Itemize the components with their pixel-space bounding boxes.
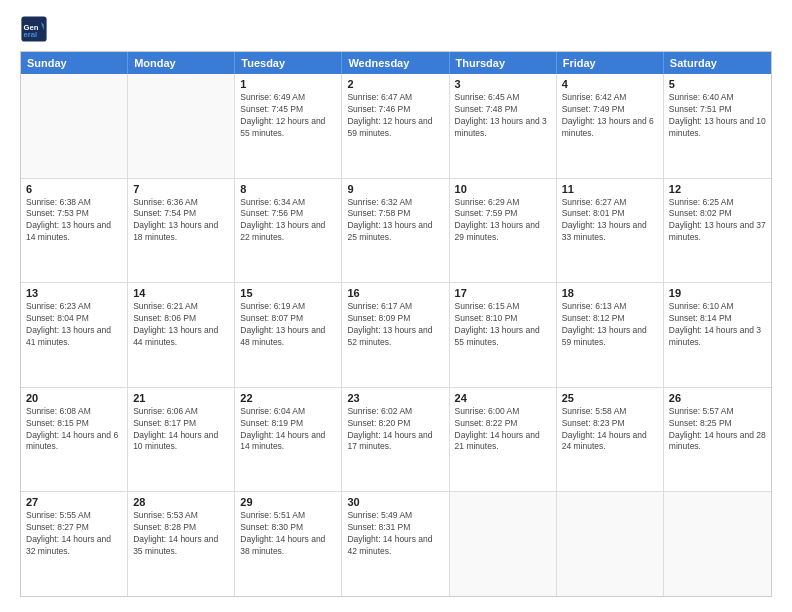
calendar-cell: 15Sunrise: 6:19 AM Sunset: 8:07 PM Dayli…	[235, 283, 342, 387]
cell-info: Sunrise: 6:17 AM Sunset: 8:09 PM Dayligh…	[347, 301, 443, 349]
cell-info: Sunrise: 6:00 AM Sunset: 8:22 PM Dayligh…	[455, 406, 551, 454]
calendar-cell: 18Sunrise: 6:13 AM Sunset: 8:12 PM Dayli…	[557, 283, 664, 387]
calendar-cell: 3Sunrise: 6:45 AM Sunset: 7:48 PM Daylig…	[450, 74, 557, 178]
calendar-cell	[21, 74, 128, 178]
cell-info: Sunrise: 5:58 AM Sunset: 8:23 PM Dayligh…	[562, 406, 658, 454]
calendar-cell: 22Sunrise: 6:04 AM Sunset: 8:19 PM Dayli…	[235, 388, 342, 492]
calendar-cell: 4Sunrise: 6:42 AM Sunset: 7:49 PM Daylig…	[557, 74, 664, 178]
cell-info: Sunrise: 6:25 AM Sunset: 8:02 PM Dayligh…	[669, 197, 766, 245]
day-number: 20	[26, 392, 122, 404]
calendar-cell: 16Sunrise: 6:17 AM Sunset: 8:09 PM Dayli…	[342, 283, 449, 387]
day-number: 5	[669, 78, 766, 90]
calendar-cell: 21Sunrise: 6:06 AM Sunset: 8:17 PM Dayli…	[128, 388, 235, 492]
calendar-body: 1Sunrise: 6:49 AM Sunset: 7:45 PM Daylig…	[21, 74, 771, 596]
cell-info: Sunrise: 6:42 AM Sunset: 7:49 PM Dayligh…	[562, 92, 658, 140]
day-number: 4	[562, 78, 658, 90]
calendar-cell: 27Sunrise: 5:55 AM Sunset: 8:27 PM Dayli…	[21, 492, 128, 596]
day-number: 25	[562, 392, 658, 404]
calendar-cell: 12Sunrise: 6:25 AM Sunset: 8:02 PM Dayli…	[664, 179, 771, 283]
day-number: 7	[133, 183, 229, 195]
day-number: 21	[133, 392, 229, 404]
calendar-cell: 6Sunrise: 6:38 AM Sunset: 7:53 PM Daylig…	[21, 179, 128, 283]
day-number: 24	[455, 392, 551, 404]
calendar: SundayMondayTuesdayWednesdayThursdayFrid…	[20, 51, 772, 597]
svg-text:eral: eral	[24, 30, 38, 39]
calendar-cell: 14Sunrise: 6:21 AM Sunset: 8:06 PM Dayli…	[128, 283, 235, 387]
cell-info: Sunrise: 6:06 AM Sunset: 8:17 PM Dayligh…	[133, 406, 229, 454]
calendar-cell: 19Sunrise: 6:10 AM Sunset: 8:14 PM Dayli…	[664, 283, 771, 387]
day-number: 26	[669, 392, 766, 404]
calendar-cell: 20Sunrise: 6:08 AM Sunset: 8:15 PM Dayli…	[21, 388, 128, 492]
calendar-header: SundayMondayTuesdayWednesdayThursdayFrid…	[21, 52, 771, 74]
day-number: 10	[455, 183, 551, 195]
day-number: 17	[455, 287, 551, 299]
day-number: 8	[240, 183, 336, 195]
calendar-cell	[128, 74, 235, 178]
cell-info: Sunrise: 6:36 AM Sunset: 7:54 PM Dayligh…	[133, 197, 229, 245]
day-number: 16	[347, 287, 443, 299]
cell-info: Sunrise: 6:02 AM Sunset: 8:20 PM Dayligh…	[347, 406, 443, 454]
day-number: 29	[240, 496, 336, 508]
calendar-cell: 24Sunrise: 6:00 AM Sunset: 8:22 PM Dayli…	[450, 388, 557, 492]
header-day-monday: Monday	[128, 52, 235, 74]
calendar-row-4: 20Sunrise: 6:08 AM Sunset: 8:15 PM Dayli…	[21, 388, 771, 493]
header-day-tuesday: Tuesday	[235, 52, 342, 74]
day-number: 13	[26, 287, 122, 299]
header: Gen eral	[20, 15, 772, 43]
cell-info: Sunrise: 5:53 AM Sunset: 8:28 PM Dayligh…	[133, 510, 229, 558]
day-number: 6	[26, 183, 122, 195]
cell-info: Sunrise: 6:21 AM Sunset: 8:06 PM Dayligh…	[133, 301, 229, 349]
calendar-cell: 1Sunrise: 6:49 AM Sunset: 7:45 PM Daylig…	[235, 74, 342, 178]
day-number: 3	[455, 78, 551, 90]
logo: Gen eral	[20, 15, 52, 43]
cell-info: Sunrise: 6:34 AM Sunset: 7:56 PM Dayligh…	[240, 197, 336, 245]
day-number: 11	[562, 183, 658, 195]
header-day-wednesday: Wednesday	[342, 52, 449, 74]
cell-info: Sunrise: 6:47 AM Sunset: 7:46 PM Dayligh…	[347, 92, 443, 140]
cell-info: Sunrise: 6:45 AM Sunset: 7:48 PM Dayligh…	[455, 92, 551, 140]
day-number: 9	[347, 183, 443, 195]
calendar-cell: 28Sunrise: 5:53 AM Sunset: 8:28 PM Dayli…	[128, 492, 235, 596]
cell-info: Sunrise: 6:29 AM Sunset: 7:59 PM Dayligh…	[455, 197, 551, 245]
cell-info: Sunrise: 6:04 AM Sunset: 8:19 PM Dayligh…	[240, 406, 336, 454]
day-number: 30	[347, 496, 443, 508]
cell-info: Sunrise: 5:49 AM Sunset: 8:31 PM Dayligh…	[347, 510, 443, 558]
cell-info: Sunrise: 5:57 AM Sunset: 8:25 PM Dayligh…	[669, 406, 766, 454]
calendar-cell: 17Sunrise: 6:15 AM Sunset: 8:10 PM Dayli…	[450, 283, 557, 387]
day-number: 1	[240, 78, 336, 90]
cell-info: Sunrise: 5:55 AM Sunset: 8:27 PM Dayligh…	[26, 510, 122, 558]
cell-info: Sunrise: 6:10 AM Sunset: 8:14 PM Dayligh…	[669, 301, 766, 349]
calendar-cell: 11Sunrise: 6:27 AM Sunset: 8:01 PM Dayli…	[557, 179, 664, 283]
cell-info: Sunrise: 6:15 AM Sunset: 8:10 PM Dayligh…	[455, 301, 551, 349]
calendar-cell	[557, 492, 664, 596]
header-day-friday: Friday	[557, 52, 664, 74]
calendar-cell: 25Sunrise: 5:58 AM Sunset: 8:23 PM Dayli…	[557, 388, 664, 492]
logo-icon: Gen eral	[20, 15, 48, 43]
header-day-saturday: Saturday	[664, 52, 771, 74]
calendar-cell: 5Sunrise: 6:40 AM Sunset: 7:51 PM Daylig…	[664, 74, 771, 178]
calendar-cell	[450, 492, 557, 596]
cell-info: Sunrise: 6:49 AM Sunset: 7:45 PM Dayligh…	[240, 92, 336, 140]
calendar-cell: 10Sunrise: 6:29 AM Sunset: 7:59 PM Dayli…	[450, 179, 557, 283]
calendar-row-2: 6Sunrise: 6:38 AM Sunset: 7:53 PM Daylig…	[21, 179, 771, 284]
cell-info: Sunrise: 5:51 AM Sunset: 8:30 PM Dayligh…	[240, 510, 336, 558]
cell-info: Sunrise: 6:40 AM Sunset: 7:51 PM Dayligh…	[669, 92, 766, 140]
header-day-thursday: Thursday	[450, 52, 557, 74]
day-number: 12	[669, 183, 766, 195]
day-number: 15	[240, 287, 336, 299]
day-number: 2	[347, 78, 443, 90]
calendar-cell: 7Sunrise: 6:36 AM Sunset: 7:54 PM Daylig…	[128, 179, 235, 283]
day-number: 27	[26, 496, 122, 508]
header-day-sunday: Sunday	[21, 52, 128, 74]
calendar-row-5: 27Sunrise: 5:55 AM Sunset: 8:27 PM Dayli…	[21, 492, 771, 596]
calendar-cell: 26Sunrise: 5:57 AM Sunset: 8:25 PM Dayli…	[664, 388, 771, 492]
cell-info: Sunrise: 6:08 AM Sunset: 8:15 PM Dayligh…	[26, 406, 122, 454]
cell-info: Sunrise: 6:38 AM Sunset: 7:53 PM Dayligh…	[26, 197, 122, 245]
cell-info: Sunrise: 6:23 AM Sunset: 8:04 PM Dayligh…	[26, 301, 122, 349]
calendar-cell: 23Sunrise: 6:02 AM Sunset: 8:20 PM Dayli…	[342, 388, 449, 492]
calendar-cell: 29Sunrise: 5:51 AM Sunset: 8:30 PM Dayli…	[235, 492, 342, 596]
calendar-cell: 8Sunrise: 6:34 AM Sunset: 7:56 PM Daylig…	[235, 179, 342, 283]
calendar-row-1: 1Sunrise: 6:49 AM Sunset: 7:45 PM Daylig…	[21, 74, 771, 179]
calendar-cell	[664, 492, 771, 596]
day-number: 19	[669, 287, 766, 299]
